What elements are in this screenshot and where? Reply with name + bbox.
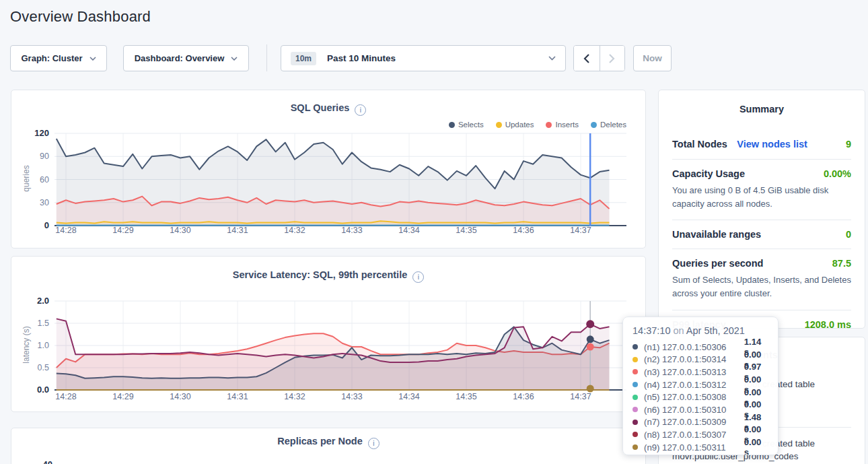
node-dot-icon	[632, 444, 638, 450]
svg-text:14:32: 14:32	[284, 226, 305, 235]
sql-queries-card: SQL Queriesi SelectsUpdatesInsertsDelete…	[11, 90, 646, 248]
svg-text:14:32: 14:32	[284, 392, 305, 401]
svg-text:14:31: 14:31	[227, 392, 248, 401]
total-nodes-label: Total Nodes	[672, 139, 727, 150]
unavailable-ranges-row: Unavailable ranges 0	[672, 220, 851, 249]
queries-per-second-description: Sum of Selects, Updates, Inserts, and De…	[672, 273, 851, 300]
total-nodes-value: 9	[846, 139, 851, 150]
chevron-right-icon	[609, 54, 615, 63]
chart-hover-tooltip: 14:37:10 on Apr 5th, 2021 (n1) 127.0.0.1…	[622, 317, 779, 455]
node-dot-icon	[632, 344, 638, 350]
svg-text:14:36: 14:36	[513, 226, 534, 235]
replicas-title: Replicas per Nodei	[11, 436, 645, 449]
chevron-down-icon	[231, 57, 238, 61]
chevron-down-icon	[89, 57, 96, 61]
capacity-usage-value: 0.00%	[824, 168, 851, 179]
info-icon[interactable]: i	[368, 438, 379, 449]
svg-text:14:29: 14:29	[112, 226, 133, 235]
svg-text:0.0: 0.0	[37, 385, 49, 395]
queries-per-second-group: Queries per second 87.5 Sum of Selects, …	[672, 249, 851, 310]
sql-queries-title-text: SQL Queries	[291, 102, 350, 113]
svg-text:14:30: 14:30	[170, 392, 190, 401]
y-axis-label: latency (s)	[22, 325, 31, 365]
svg-text:0.5: 0.5	[38, 363, 49, 372]
svg-text:0: 0	[44, 220, 49, 230]
svg-text:90: 90	[40, 152, 49, 161]
svg-text:14:29: 14:29	[112, 392, 133, 401]
svg-text:2.0: 2.0	[37, 296, 49, 306]
time-range-badge: 10m	[291, 52, 316, 65]
chevron-left-icon	[583, 54, 589, 63]
svg-text:14:35: 14:35	[456, 226, 476, 235]
node-dot-icon	[632, 357, 638, 362]
node-dot-icon	[632, 407, 638, 412]
replicas-ytick-partial: 40	[35, 459, 52, 464]
svg-text:14:37: 14:37	[570, 226, 591, 235]
svg-text:14:33: 14:33	[341, 226, 362, 235]
svg-text:14:35: 14:35	[456, 392, 476, 401]
dashboard-dropdown[interactable]: Dashboard: Overview	[123, 45, 249, 71]
summary-title: Summary	[672, 104, 851, 114]
replicas-per-node-card: Replicas per Nodei	[11, 428, 646, 464]
svg-text:14:33: 14:33	[341, 392, 362, 401]
svg-text:14:37: 14:37	[570, 392, 591, 401]
svg-text:1.0: 1.0	[38, 341, 49, 350]
svg-text:14:30: 14:30	[170, 226, 190, 235]
service-latency-chart[interactable]: 14:2814:2914:3014:3114:3214:3314:3414:35…	[21, 294, 637, 409]
graph-dropdown-label: Graph: Cluster	[21, 53, 82, 63]
capacity-usage-label: Capacity Usage	[672, 168, 745, 179]
svg-text:14:36: 14:36	[513, 392, 534, 401]
node-dot-icon	[632, 382, 638, 387]
info-icon[interactable]: i	[412, 271, 424, 283]
svg-text:14:31: 14:31	[227, 226, 248, 235]
time-range-dropdown[interactable]: 10m Past 10 Minutes	[281, 45, 566, 71]
summary-panel: Summary Total Nodes View nodes list 9 Ca…	[658, 90, 865, 329]
now-button[interactable]: Now	[633, 45, 672, 71]
info-icon[interactable]: i	[355, 104, 366, 116]
svg-text:14:28: 14:28	[55, 226, 76, 235]
service-latency-title: Service Latency: SQL, 99th percentilei	[11, 269, 645, 283]
unavailable-ranges-value: 0	[846, 229, 851, 240]
p99-latency-value: 1208.0 ms	[805, 319, 851, 330]
toolbar-divider	[266, 44, 267, 71]
total-nodes-row: Total Nodes View nodes list 9	[672, 129, 851, 160]
capacity-usage-description: You are using 0 B of 4.5 GiB usable disk…	[672, 184, 851, 211]
svg-text:1.5: 1.5	[38, 319, 49, 328]
view-nodes-list-link[interactable]: View nodes list	[737, 139, 807, 150]
dashboard-dropdown-label: Dashboard: Overview	[135, 53, 225, 63]
node-dot-icon	[632, 420, 638, 425]
service-latency-card: Service Latency: SQL, 99th percentilei 1…	[11, 256, 646, 412]
queries-per-second-label: Queries per second	[672, 258, 763, 269]
sql-queries-title: SQL Queriesi	[11, 102, 645, 116]
tooltip-node-row: (n9) 127.0.0.1:503110.00 s	[632, 441, 768, 454]
time-next-button[interactable]	[600, 46, 625, 71]
graph-dropdown[interactable]: Graph: Cluster	[10, 45, 107, 71]
svg-text:30: 30	[40, 198, 49, 207]
tooltip-timestamp: 14:37:10 on Apr 5th, 2021	[632, 325, 768, 336]
svg-text:14:34: 14:34	[398, 226, 419, 235]
svg-text:120: 120	[34, 128, 49, 138]
sql-queries-chart[interactable]: 14:2814:2914:3014:3114:3214:3314:3414:35…	[21, 126, 637, 242]
replicas-title-text: Replicas per Node	[277, 436, 363, 446]
svg-text:14:28: 14:28	[55, 392, 76, 401]
svg-text:60: 60	[40, 175, 49, 185]
page-title: Overview Dashboard	[10, 8, 151, 26]
time-prev-button[interactable]	[574, 46, 600, 71]
service-latency-title-text: Service Latency: SQL, 99th percentile	[233, 269, 408, 280]
time-range-label: Past 10 Minutes	[327, 53, 396, 63]
capacity-usage-group: Capacity Usage 0.00% You are using 0 B o…	[672, 160, 851, 220]
unavailable-ranges-label: Unavailable ranges	[672, 229, 761, 240]
queries-per-second-value: 87.5	[832, 258, 851, 269]
node-dot-icon	[632, 369, 638, 374]
time-nav-group	[573, 45, 625, 71]
y-axis-label: queries	[22, 158, 31, 199]
node-dot-icon	[632, 432, 638, 437]
node-dot-icon	[632, 395, 638, 400]
svg-text:14:34: 14:34	[398, 392, 419, 401]
chevron-down-icon	[548, 56, 556, 61]
